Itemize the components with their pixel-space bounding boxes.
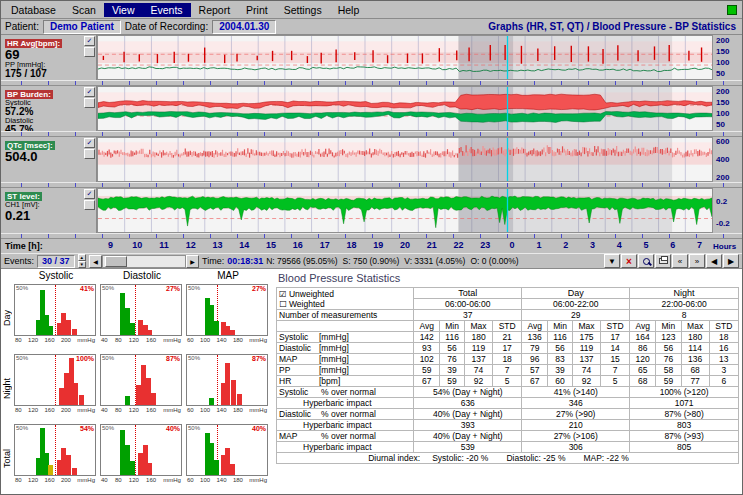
hist-cell-total-diastolic: 50%40%4080120160mmHg bbox=[99, 423, 185, 493]
stats-value: 136 bbox=[522, 332, 548, 343]
strip-hr-toggle-icon[interactable]: ✓ bbox=[84, 36, 95, 46]
hist-bar bbox=[214, 460, 219, 475]
hist-xtick: 100 bbox=[200, 476, 210, 484]
stats-value: 79 bbox=[522, 343, 548, 354]
stats-value: 7 bbox=[493, 365, 522, 376]
hist-plot[interactable]: 50%100% bbox=[14, 354, 96, 406]
spinner-up-icon[interactable]: ▲ bbox=[78, 254, 86, 261]
menu-item-events[interactable]: Events bbox=[142, 3, 190, 17]
strip-st-settings-icon[interactable] bbox=[84, 200, 95, 210]
hist-plot[interactable]: 50%87% bbox=[100, 354, 182, 406]
strip-bp-toggle-icon[interactable]: ✓ bbox=[84, 87, 95, 97]
hist-plot[interactable]: 50%27% bbox=[100, 284, 182, 336]
events-spinner[interactable]: ▲ ▼ bbox=[78, 254, 86, 268]
hist-xaxis: 80120160200mmHg bbox=[14, 476, 96, 484]
hist-unit-label: mmHg bbox=[249, 476, 267, 484]
view-title: Graphs (HR, ST, QT) / Blood Pressure - B… bbox=[488, 21, 738, 32]
hist-threshold-line bbox=[55, 285, 56, 335]
hist-bar bbox=[214, 321, 219, 335]
stats-value: 59 bbox=[414, 365, 440, 376]
hist-unit-label: mmHg bbox=[77, 336, 95, 344]
time-label: Time: bbox=[202, 256, 224, 266]
scrollbar-thumb[interactable] bbox=[105, 256, 127, 267]
strip-bp-plot[interactable] bbox=[97, 86, 713, 131]
hist-xtick: 120 bbox=[129, 406, 139, 414]
legend-checkbox-weighted[interactable]: ☐ Weighted bbox=[279, 299, 411, 309]
stats-value: 59 bbox=[440, 376, 465, 387]
hist-plot[interactable]: 50%41% bbox=[14, 284, 96, 336]
time-axis: Time [h]:9101112131415161718192021222301… bbox=[1, 239, 742, 253]
scroll-right-button[interactable]: ▶ bbox=[186, 255, 199, 268]
delete-event-button[interactable]: × bbox=[621, 254, 637, 268]
hist-bar bbox=[231, 380, 236, 405]
strip-qtc-plot[interactable] bbox=[97, 137, 713, 182]
hist-col-header-systolic: Systolic bbox=[13, 270, 99, 283]
stats-value: 102 bbox=[414, 354, 440, 365]
strip-hr-plot[interactable] bbox=[97, 35, 713, 80]
zoom-button[interactable] bbox=[638, 254, 654, 268]
first-event-button[interactable]: « bbox=[672, 254, 688, 268]
scrollbar-track[interactable] bbox=[102, 255, 186, 268]
hist-xaxis: 60100140180mmHg bbox=[186, 336, 268, 344]
last-event-button[interactable]: » bbox=[689, 254, 705, 268]
stats-value: 58 bbox=[656, 365, 682, 376]
strip-qtc-toggle-icon[interactable]: ✓ bbox=[84, 138, 95, 148]
stats-value: 96 bbox=[522, 354, 548, 365]
next-event-button[interactable]: ▶ bbox=[723, 254, 739, 268]
strip-st-plot[interactable] bbox=[97, 188, 713, 233]
strip-bp-settings-icon[interactable] bbox=[84, 98, 95, 108]
menu-item-help[interactable]: Help bbox=[330, 3, 368, 17]
axis-tick: 50 bbox=[716, 121, 725, 129]
menu-item-scan[interactable]: Scan bbox=[64, 3, 104, 17]
menu-item-report[interactable]: Report bbox=[191, 3, 239, 17]
strip-st-toggle-icon[interactable]: ✓ bbox=[84, 189, 95, 199]
stats-group-total: Total bbox=[414, 288, 522, 299]
stats-impact-value: 306 bbox=[522, 442, 630, 453]
strip-hr-settings-icon[interactable] bbox=[84, 47, 95, 57]
menu-item-settings[interactable]: Settings bbox=[276, 3, 330, 17]
hist-bar bbox=[66, 320, 71, 335]
stats-col-header: Avg bbox=[630, 321, 656, 332]
hist-plot[interactable]: 50%40% bbox=[100, 424, 182, 476]
stats-col-header: Max bbox=[681, 321, 709, 332]
stats-value: 77 bbox=[681, 376, 709, 387]
print-button[interactable] bbox=[655, 254, 671, 268]
menu-item-database[interactable]: Database bbox=[3, 3, 64, 17]
stats-row-unit: [mmHg] bbox=[319, 354, 349, 364]
stats-value: 60 bbox=[548, 376, 573, 387]
stats-over-sub: % over normal bbox=[321, 387, 376, 397]
hist-plot[interactable]: 50%87% bbox=[186, 354, 268, 406]
stats-over-value: 87% (>93) bbox=[630, 431, 739, 442]
strip-qtc-settings-icon[interactable] bbox=[84, 149, 95, 159]
prev-event-button[interactable]: ◀ bbox=[706, 254, 722, 268]
spinner-down-icon[interactable]: ▼ bbox=[78, 261, 86, 268]
hist-threshold-line bbox=[55, 425, 56, 475]
hist-plot[interactable]: 50%27% bbox=[186, 284, 268, 336]
legend-checkbox-unweighted[interactable]: ☑ Unweighted bbox=[279, 289, 411, 299]
hour-label: 12 bbox=[186, 240, 196, 250]
hist-cell-total-map: 50%40%60100140180mmHg bbox=[185, 423, 271, 493]
strip-st-options: ✓ bbox=[84, 189, 95, 210]
stats-over-name: MAP bbox=[279, 431, 319, 441]
scroll-left-button[interactable]: ◀ bbox=[89, 255, 102, 268]
hour-label: 11 bbox=[159, 240, 169, 250]
hist-row-label-night: Night bbox=[1, 353, 13, 423]
stats-impact-value: 539 bbox=[414, 442, 522, 453]
histogram-column-headers: SystolicDiastolicMAP bbox=[1, 270, 273, 283]
hist-xtick: 80 bbox=[15, 476, 22, 484]
stats-value: 175 bbox=[573, 332, 601, 343]
axis-tick: 150 bbox=[716, 48, 729, 56]
hist-over-percent: 40% bbox=[166, 425, 180, 432]
hist-xtick: 120 bbox=[28, 336, 38, 344]
hist-plot[interactable]: 50%40% bbox=[186, 424, 268, 476]
strip-hr-subvalue: 175 / 107 bbox=[5, 69, 82, 79]
strip-qtc-axis: 600400200 bbox=[713, 137, 742, 182]
menu-item-print[interactable]: Print bbox=[238, 3, 276, 17]
menu-item-view[interactable]: View bbox=[104, 3, 143, 17]
stats-value: 39 bbox=[548, 365, 573, 376]
stats-value: 13 bbox=[709, 354, 738, 365]
dropdown-button[interactable]: ▼ bbox=[604, 254, 620, 268]
hist-plot[interactable]: 50%54% bbox=[14, 424, 96, 476]
hist-head-spacer bbox=[1, 270, 13, 283]
stats-value: 123 bbox=[656, 332, 682, 343]
